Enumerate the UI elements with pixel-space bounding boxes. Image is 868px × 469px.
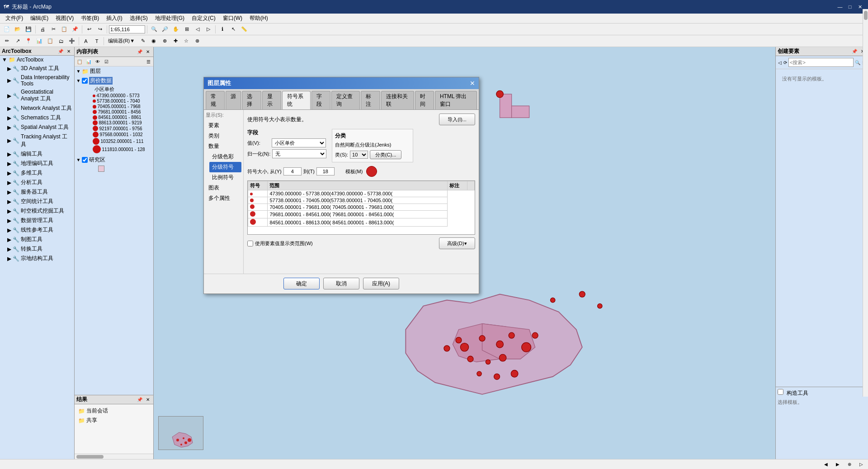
ok-btn[interactable]: 确定 <box>283 278 320 289</box>
list-by-source-btn[interactable]: 📊 <box>85 58 93 65</box>
toolbox-analysis[interactable]: ▶ 🔧 分析工具 <box>0 178 74 187</box>
prev-extent-btn[interactable]: ◁ <box>193 25 203 34</box>
toolbox-parcel[interactable]: ▶ 🔧 宗地结构工具 <box>0 254 74 263</box>
toolbox-interop[interactable]: ▶ 🔧 Data Interoperability Tools <box>0 73 74 88</box>
title-bar-controls[interactable]: — □ ✕ <box>835 2 864 11</box>
tool7[interactable]: ☆ <box>181 37 191 46</box>
new-btn[interactable]: 📄 <box>2 25 12 34</box>
select-btn[interactable]: ↖ <box>228 25 238 34</box>
save-btn[interactable]: 💾 <box>24 25 33 34</box>
identify-btn[interactable]: ℹ <box>217 25 227 34</box>
menu-customize[interactable]: 自定义(C) <box>188 14 219 23</box>
layer2-folder[interactable]: ▼ 研究区 <box>75 155 153 165</box>
contents-close-btn[interactable]: ✕ <box>144 49 151 55</box>
toolbox-spstat[interactable]: ▶ 🔧 空间统计工具 <box>0 197 74 206</box>
draw-btn[interactable]: ✏ <box>2 37 12 46</box>
layer-btn[interactable]: 🗂 <box>56 37 66 46</box>
tab-symbology[interactable]: 符号系统 <box>282 91 311 109</box>
list-by-drawing-btn[interactable]: 📋 <box>75 58 84 65</box>
toolbox-network[interactable]: ▶ 🔧 Network Analyst 工具 <box>0 104 74 113</box>
map-pan-btn[interactable]: ▷ <box>856 460 866 469</box>
tab-display[interactable]: 显示 <box>262 91 281 109</box>
cancel-btn[interactable]: 取消 <box>323 278 359 289</box>
select2-btn[interactable]: ↗ <box>13 37 23 46</box>
tab-source[interactable]: 源 <box>226 91 241 109</box>
right-scrollbar[interactable] <box>863 9 868 397</box>
toolbox-geocode[interactable]: ▶ 🔧 地理编码工具 <box>0 159 74 168</box>
pan-btn[interactable]: ✋ <box>171 25 181 34</box>
list-by-selection-btn[interactable]: ☑ <box>103 58 111 65</box>
tool2[interactable]: T <box>92 37 102 46</box>
contents-controls[interactable]: 📌 ✕ <box>136 49 151 55</box>
list-by-visibility-btn[interactable]: 👁 <box>94 58 102 65</box>
toolbox-root[interactable]: ▼ 📁 ArcToolbox <box>0 56 74 64</box>
toolbox-tracking[interactable]: ▶ 🔧 Tracking Analyst 工具 <box>0 132 74 149</box>
menu-edit[interactable]: 编辑(E) <box>27 14 52 23</box>
right-search-btn[interactable]: 🔍 <box>854 59 861 66</box>
apply-btn[interactable]: 应用(A) <box>363 278 399 289</box>
toolbox-datamgmt[interactable]: ▶ 🔧 数据管理工具 <box>0 216 74 225</box>
minimize-button[interactable]: — <box>835 2 844 11</box>
tool4[interactable]: ◉ <box>149 37 159 46</box>
classify-btn[interactable]: 分类(C)... <box>370 150 401 159</box>
size-to-input[interactable] <box>316 167 335 175</box>
right-search-input[interactable] <box>788 58 854 67</box>
panel-pin-btn[interactable]: 📌 <box>57 48 64 54</box>
results-current-session[interactable]: 📁 当前会话 <box>76 406 151 416</box>
left-item-graded-symbol[interactable]: 分级符号 <box>209 162 241 172</box>
toolbox-carto[interactable]: ▶ 🔧 制图工具 <box>0 235 74 244</box>
toolbox-edit[interactable]: ▶ 🔧 编辑工具 <box>0 149 74 159</box>
cut-btn[interactable]: ✂ <box>48 25 58 34</box>
open-btn[interactable]: 📂 <box>13 25 23 34</box>
tool5[interactable]: ⊕ <box>160 37 170 46</box>
right-scroll-thumb[interactable] <box>864 11 868 20</box>
menu-file[interactable]: 文件(F) <box>2 14 27 23</box>
info-btn[interactable]: 📍 <box>24 37 33 46</box>
right-refresh-btn[interactable]: ⟳ <box>783 59 788 66</box>
maximize-button[interactable]: □ <box>845 2 854 11</box>
toolbox-linearref[interactable]: ▶ 🔧 线性参考工具 <box>0 225 74 235</box>
scroll-thumb[interactable] <box>76 455 104 459</box>
menu-insert[interactable]: 插入(I) <box>103 14 126 23</box>
left-item-multi[interactable]: 多个属性 <box>206 193 241 204</box>
layer1-folder[interactable]: ▼ 房价数据 <box>75 76 153 85</box>
classes-select[interactable]: 10 <box>350 151 368 159</box>
panel-close-btn[interactable]: ✕ <box>65 48 72 54</box>
right-pin-btn[interactable]: 📌 <box>851 48 858 55</box>
advanced-btn[interactable]: 高级(D)▾ <box>439 237 475 249</box>
size-from-input[interactable] <box>283 167 302 175</box>
left-item-quantity[interactable]: 数量 <box>206 141 241 152</box>
menu-select[interactable]: 选择(S) <box>126 14 151 23</box>
tab-selection[interactable]: 选择 <box>242 91 261 109</box>
symbol-table-container[interactable]: 符号 范围 标注 47390.000000 - 57738.000(47390.… <box>247 180 475 235</box>
full-extent-btn[interactable]: ⊞ <box>182 25 192 34</box>
zoom-out-btn[interactable]: 🔎 <box>160 25 170 34</box>
menu-help[interactable]: 帮助(H) <box>246 14 272 23</box>
toolbox-spatime[interactable]: ▶ 🔧 时空模式挖掘工具 <box>0 206 74 216</box>
print-btn[interactable]: 🖨 <box>38 25 47 34</box>
toolbox-spatial[interactable]: ▶ 🔧 Spatial Analyst 工具 <box>0 123 74 132</box>
copy-btn[interactable]: 📋 <box>59 25 69 34</box>
tab-labels[interactable]: 标注 <box>361 91 380 109</box>
map-scroll-right[interactable]: ▶ <box>833 460 843 469</box>
tool3[interactable]: ✎ <box>138 37 148 46</box>
toolbox-geostat[interactable]: ▶ 🔧 Geostatistical Analyst 工具 <box>0 88 74 104</box>
layers-folder[interactable]: ▼ 📁 图层 <box>75 66 153 76</box>
tab-general[interactable]: 常规 <box>206 91 225 109</box>
left-item-graded-color[interactable]: 分级色彩 <box>209 152 241 162</box>
map-scroll-left[interactable]: ◀ <box>821 460 831 469</box>
results-share[interactable]: 📁 共享 <box>76 416 151 425</box>
tool1[interactable]: A <box>81 37 91 46</box>
results-pin-btn[interactable]: 📌 <box>136 397 143 403</box>
template-dot[interactable] <box>366 166 377 177</box>
layer-properties-dialog[interactable]: 图层属性 ✕ 常规 源 选择 显示 符号系统 字段 定义查询 标注 连接和关联 … <box>203 77 479 294</box>
layer2-checkbox[interactable] <box>82 157 88 163</box>
left-item-chart[interactable]: 图表 <box>206 183 241 193</box>
toolbox-convert[interactable]: ▶ 🔧 转换工具 <box>0 244 74 254</box>
use-feature-values-checkbox[interactable] <box>247 241 253 246</box>
layer1-checkbox[interactable] <box>82 78 88 84</box>
editor-label[interactable]: 编辑器(R)▼ <box>106 37 137 46</box>
scale-input[interactable] <box>109 25 145 33</box>
right-back-btn[interactable]: ◁ <box>778 59 782 66</box>
left-item-feature[interactable]: 要素 <box>206 120 241 131</box>
